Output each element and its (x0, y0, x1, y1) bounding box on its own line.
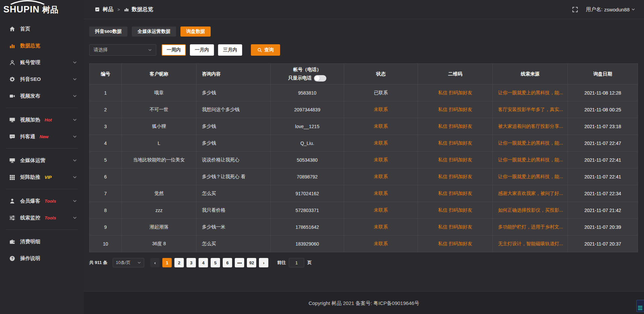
sidebar-item-wallet[interactable]: 消费明细 (0, 233, 84, 250)
cell-status: 未联系 (344, 202, 418, 219)
account-select[interactable]: 请选择 (89, 44, 156, 56)
fullscreen-icon[interactable] (572, 7, 578, 12)
cell-source-link[interactable]: 无主灯设计，智能磁吸轨道灯... (493, 235, 568, 252)
cell-content: 多少钱 (197, 118, 271, 135)
tab-media-operation-data[interactable]: 全媒体运营数据 (132, 27, 176, 37)
breadcrumb-separator: > (116, 7, 121, 12)
username: zswodun88 (604, 7, 630, 12)
page-4-button[interactable]: 4 (199, 258, 208, 267)
cell-qrcode-link[interactable]: 私信 扫码加好友 (418, 118, 493, 135)
sidebar-item-person[interactable]: 会员爆客 Tools (0, 193, 84, 209)
cell-source-link[interactable]: 让你一眼就爱上的黑科技，能... (493, 168, 568, 185)
cell-source-link[interactable]: 让你一眼就爱上的黑科技，能... (493, 152, 568, 168)
page-size-value: 10条/页 (116, 260, 130, 266)
col-account: 帐号（电话） 只显示电话 (271, 64, 344, 85)
sidebar-item-video[interactable]: 视频发布 (0, 88, 84, 104)
sidebar-item-grid[interactable]: 矩阵助推 VIP (0, 169, 84, 186)
cell-id: 3 (90, 118, 122, 135)
cell-qrcode-link[interactable]: 私信 扫码加好友 (418, 219, 493, 235)
tab-inquiry-data[interactable]: 询盘数据 (180, 27, 211, 37)
cell-date: 2021-11-07 23:18 (568, 118, 638, 135)
select-placeholder: 请选择 (94, 47, 108, 53)
cell-qrcode-link[interactable]: 私信 扫码加好友 (418, 202, 493, 219)
cell-qrcode-link[interactable]: 私信 扫码加好友 (418, 185, 493, 202)
sidebar-item-question[interactable]: ? 操作说明 (0, 250, 84, 267)
cell-source-link[interactable]: 如何正确选择投影仪，买投影... (493, 202, 568, 219)
table-row: 4 L 多少钱 Q_Liu. 未联系 私信 扫码加好友 让你一眼就爱上的黑科技，… (90, 135, 638, 152)
sidebar-divider (6, 189, 78, 189)
cell-nickname: zzz (122, 202, 197, 219)
page-size-select[interactable]: 10条/页 (113, 258, 144, 267)
table-header-row: 编号 客户昵称 咨询内容 帐号（电话） 只显示电话 (90, 64, 638, 85)
cell-qrcode-link[interactable]: 私信 扫码加好友 (418, 235, 493, 252)
sidebar-item-sliders[interactable]: 线索监控 Tools (0, 209, 84, 226)
query-button[interactable]: 查询 (251, 44, 280, 56)
next-page-button[interactable]: › (259, 258, 268, 267)
cell-qrcode-link[interactable]: 私信 扫码加好友 (418, 85, 493, 101)
sidebar-item-display[interactable]: 视频加热 Hot (0, 111, 84, 128)
page-3-button[interactable]: 3 (186, 258, 196, 267)
cell-account: 178651642 (271, 219, 344, 235)
cell-id: 5 (90, 152, 122, 168)
user-label: 用户名: (586, 6, 602, 13)
cell-content: 我只看价格 (197, 202, 271, 219)
sidebar-item-user[interactable]: 账号管理 (0, 54, 84, 71)
sidebar-item-home[interactable]: 首页 (0, 20, 84, 37)
range-one-month-button[interactable]: 一月内 (190, 44, 214, 56)
video-icon (9, 93, 15, 99)
table-row: 6 多少钱？让我死心 看 70898792 未联系 私信 扫码加好友 让你一眼就… (90, 168, 638, 185)
range-one-week-button[interactable]: 一周内 (162, 44, 186, 56)
chevron-down-icon (72, 117, 77, 122)
chevron-down-icon (137, 261, 141, 265)
cell-source-link[interactable]: 让你一眼就爱上的黑科技，能... (493, 135, 568, 152)
page-6-button[interactable]: 6 (223, 258, 232, 267)
goto-page-input[interactable] (289, 258, 304, 267)
sidebar-divider (6, 148, 78, 149)
cell-source-link[interactable]: 多功能护栏灯，适用于乡村文... (493, 219, 568, 235)
badge: Tools (45, 215, 56, 220)
floating-chat-widget[interactable] (636, 300, 644, 312)
sidebar-item-chat[interactable]: 抖客通 New (0, 128, 84, 145)
cell-source-link[interactable]: 让你一眼就爱上的黑科技，能... (493, 85, 568, 101)
cell-source-link[interactable]: 客厅安装投影半年多了，真实... (493, 101, 568, 118)
chevron-down-icon (72, 77, 77, 82)
breadcrumb: 树品 > 数据总览 (95, 6, 153, 13)
tab-douyin-seo-data[interactable]: 抖音seo数据 (89, 27, 127, 37)
table-row: 1 哦章 多少钱 9583810 已联系 私信 扫码加好友 让你一眼就爱上的黑科… (90, 85, 638, 101)
goto-suffix: 页 (307, 260, 312, 266)
sidebar-item-gear[interactable]: 抖音SEO (0, 71, 84, 88)
table-row: 8 zzz 我只看价格 572803371 未联系 私信 扫码加好友 如何正确选… (90, 202, 638, 219)
cell-content: 多少钱？让我死心 看 (197, 168, 271, 185)
cell-source-link[interactable]: 被大家追着问的客厅投影分享... (493, 118, 568, 135)
person-icon (9, 198, 15, 204)
sidebar-item-chart[interactable]: 数据总览 (0, 37, 84, 54)
cell-source-link[interactable]: 感谢大家喜欢我家，被问了好... (493, 185, 568, 202)
cell-account: Q_Liu. (271, 135, 344, 152)
cell-qrcode-link[interactable]: 私信 扫码加好友 (418, 101, 493, 118)
phone-only-toggle[interactable] (314, 75, 326, 82)
brand-name-en: SHUPIN (3, 4, 40, 15)
col-nickname: 客户昵称 (122, 64, 197, 85)
table-row: 10 36度 8 怎么买 183929060 未联系 私信 扫码加好友 无主灯设… (90, 235, 638, 252)
badge: Tools (45, 199, 56, 204)
breadcrumb-root[interactable]: 树品 (103, 6, 113, 13)
page-92-button[interactable]: 92 (247, 258, 256, 267)
cell-qrcode-link[interactable]: 私信 扫码加好友 (418, 152, 493, 168)
page-list: 123456•••92 (162, 258, 256, 267)
page-1-button[interactable]: 1 (162, 258, 172, 267)
page-5-button[interactable]: 5 (211, 258, 220, 267)
cell-qrcode-link[interactable]: 私信 扫码加好友 (418, 168, 493, 185)
cell-qrcode-link[interactable]: 私信 扫码加好友 (418, 135, 493, 152)
page-ellipsis-button[interactable]: ••• (235, 258, 244, 267)
footer: Copyright 树品 2021 备案号: 粤ICP备09019646号 (84, 291, 644, 314)
prev-page-button[interactable]: ‹ (150, 258, 160, 267)
data-tabs: 抖音seo数据 全媒体运营数据 询盘数据 (89, 27, 638, 37)
page-2-button[interactable]: 2 (174, 258, 184, 267)
sidebar-item-monitor[interactable]: 全媒体运营 (0, 152, 84, 169)
user-menu[interactable]: 用户名: zswodun88 (586, 6, 635, 13)
cell-date: 2021-11-07 20:37 (568, 235, 638, 252)
cell-content: 怎么买 (197, 235, 271, 252)
cell-status: 未联系 (344, 118, 418, 135)
range-three-months-button[interactable]: 三月内 (218, 44, 242, 56)
cell-status: 未联系 (344, 219, 418, 235)
